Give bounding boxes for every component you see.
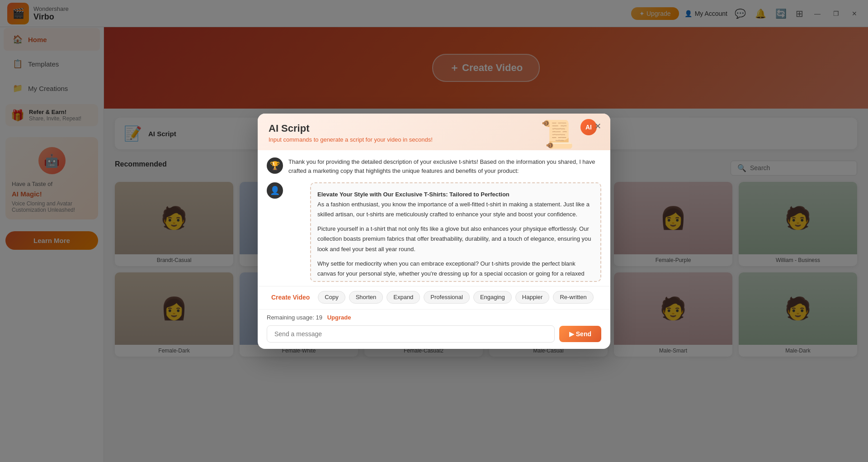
modal-actions: Create Video Copy Shorten Expand Profess… <box>258 286 610 309</box>
script-content[interactable]: Elevate Your Style with Our Exclusive T-… <box>310 182 601 282</box>
bot-message: 🏆 Thank you for providing the detailed d… <box>267 157 601 176</box>
create-video-action-button[interactable]: Create Video <box>267 291 314 304</box>
script-paragraph-1: As a fashion enthusiast, you know the im… <box>317 200 594 219</box>
bot-avatar: 🏆 <box>267 157 283 174</box>
message-row: ▶ Send <box>267 325 601 343</box>
message-input[interactable] <box>267 325 555 343</box>
modal-body: 🏆 Thank you for providing the detailed d… <box>258 150 610 286</box>
copy-button[interactable]: Copy <box>318 291 345 304</box>
upgrade-link[interactable]: Upgrade <box>327 314 351 321</box>
modal-footer: Remaining usage: 19 Upgrade ▶ Send <box>258 309 610 349</box>
modal-header: AI Script Input commands to generate a s… <box>258 114 610 150</box>
ai-script-modal: AI Script Input commands to generate a s… <box>258 114 610 349</box>
shorten-button[interactable]: Shorten <box>349 291 383 304</box>
send-button[interactable]: ▶ Send <box>559 326 601 342</box>
user-avatar: 👤 <box>267 182 283 199</box>
happier-button[interactable]: Happier <box>515 291 550 304</box>
expand-button[interactable]: Expand <box>387 291 420 304</box>
script-section: 👤 Elevate Your Style with Our Exclusive … <box>267 182 601 282</box>
modal-overlay: AI Script Input commands to generate a s… <box>0 0 868 462</box>
remaining-usage: Remaining usage: 19 Upgrade <box>267 314 601 321</box>
modal-title: AI Script <box>269 123 433 134</box>
modal-header-content: AI Script Input commands to generate a s… <box>269 123 433 143</box>
script-paragraph-2: Picture yourself in a t-shirt that not o… <box>317 224 594 254</box>
scroll-decoration: 📜 <box>540 118 574 150</box>
professional-button[interactable]: Professional <box>424 291 470 304</box>
re-written-button[interactable]: Re-written <box>553 291 593 304</box>
script-paragraph-3: Why settle for mediocrity when you can e… <box>317 259 594 282</box>
script-title: Elevate Your Style with Our Exclusive T-… <box>317 191 509 198</box>
engaging-button[interactable]: Engaging <box>473 291 512 304</box>
modal-subtitle: Input commands to generate a script for … <box>269 136 433 143</box>
bot-response: Thank you for providing the detailed des… <box>288 157 601 176</box>
modal-close-button[interactable]: ✕ <box>591 120 604 133</box>
remaining-label: Remaining usage: 19 <box>267 314 322 321</box>
